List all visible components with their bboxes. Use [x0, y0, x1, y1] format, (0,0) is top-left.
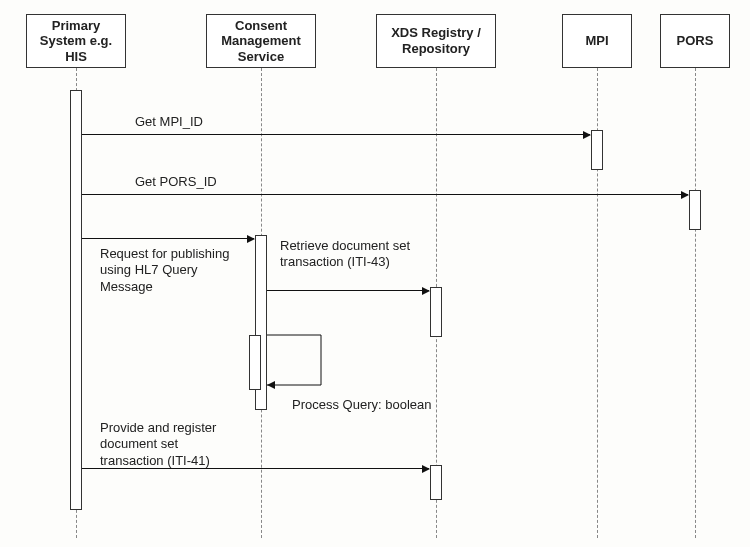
actor-mpi: MPI [562, 14, 632, 68]
arrow-self-call [261, 335, 331, 391]
label-process-query: Process Query: boolean [292, 397, 431, 413]
label-get-mpi: Get MPI_ID [135, 114, 203, 130]
activation-pors [689, 190, 701, 230]
svg-marker-0 [267, 381, 275, 389]
activation-xds-2 [430, 465, 442, 500]
arrow-get-pors [82, 194, 688, 195]
actor-pors: PORS [660, 14, 730, 68]
arrow-retrieve [267, 290, 429, 291]
arrow-provide [82, 468, 429, 469]
label-publish: Request for publishingusing HL7 QueryMes… [100, 246, 250, 295]
actor-cms: ConsentManagementService [206, 14, 316, 68]
activation-his [70, 90, 82, 510]
arrow-publish [82, 238, 254, 239]
label-provide: Provide and registerdocument settransact… [100, 420, 260, 469]
activation-mpi [591, 130, 603, 170]
actor-mpi-label: MPI [585, 33, 608, 49]
label-get-pors: Get PORS_ID [135, 174, 217, 190]
actor-his: PrimarySystem e.g.HIS [26, 14, 126, 68]
arrow-get-mpi [82, 134, 590, 135]
actor-xds: XDS Registry /Repository [376, 14, 496, 68]
actor-cms-label: ConsentManagementService [221, 18, 300, 65]
actor-xds-label: XDS Registry /Repository [391, 25, 481, 56]
lifeline-pors [695, 68, 696, 538]
label-retrieve: Retrieve document settransaction (ITI-43… [280, 238, 440, 271]
actor-his-label: PrimarySystem e.g.HIS [40, 18, 112, 65]
actor-pors-label: PORS [677, 33, 714, 49]
activation-cms-self [249, 335, 261, 390]
sequence-diagram: PrimarySystem e.g.HIS ConsentManagementS… [0, 0, 750, 547]
activation-xds-1 [430, 287, 442, 337]
